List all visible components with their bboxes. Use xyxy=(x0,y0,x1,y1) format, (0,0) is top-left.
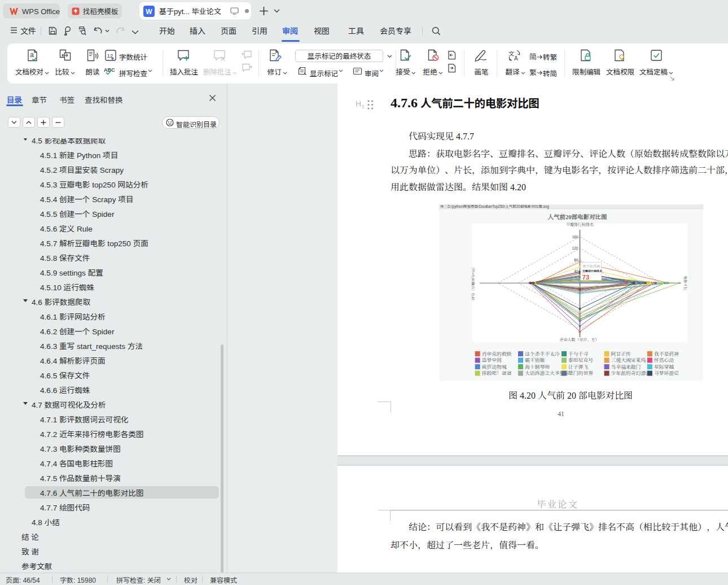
svg-text:12: 12 xyxy=(107,53,113,59)
svg-text:73: 73 xyxy=(582,274,590,281)
svg-text:160: 160 xyxy=(572,235,578,239)
svg-text:人气前20部电影对比图: 人气前20部电影对比图 xyxy=(548,212,607,221)
svg-text:A: A xyxy=(514,55,518,62)
svg-text:楚门的世界: 楚门的世界 xyxy=(568,369,593,377)
svg-text:评论人数（单位，万）: 评论人数（单位，万） xyxy=(560,337,599,342)
svg-text:80: 80 xyxy=(574,258,578,262)
svg-text:件｜D:/python爬虫项目/DouBanTop250/人: 件｜D:/python爬虫项目/DouBanTop250/人气前20部电影对比图… xyxy=(440,204,549,209)
svg-text:文: 文 xyxy=(508,49,514,58)
svg-text:电影片长: 电影片长 xyxy=(683,276,688,291)
svg-text:a: a xyxy=(30,51,34,59)
svg-text:寻梦环游记: 寻梦环游记 xyxy=(654,369,679,377)
svg-text:豆瓣排行榜排名: 豆瓣排行榜排名 xyxy=(566,221,594,227)
svg-text:120: 120 xyxy=(572,246,578,250)
svg-text:少年派的奇幻漂流: 少年派的奇幻漂流 xyxy=(611,369,651,377)
svg-text:摔跤吧！爸爸: 摔跤吧！爸爸 xyxy=(482,369,512,377)
svg-text:豆瓣排行榜排名: 豆瓣排行榜排名 xyxy=(582,269,602,273)
svg-text:评分〈豆瓣评分*10〉: 评分〈豆瓣评分*10〉 xyxy=(471,265,476,300)
